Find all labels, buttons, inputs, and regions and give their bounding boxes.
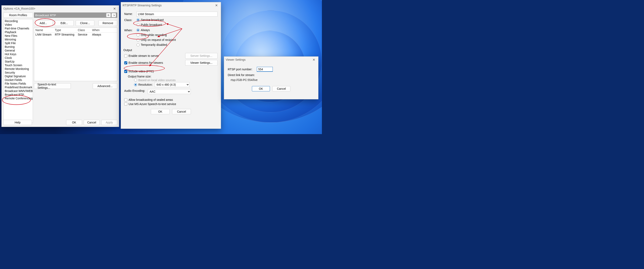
viewer-titlebar[interactable]: Viewer Settings ✕ [224,57,318,63]
cancel-button[interactable]: Cancel [84,120,100,125]
name-input[interactable] [136,12,218,16]
cell-type: RTP Streaming [54,32,76,36]
room-profiles-button[interactable]: Room Profiles [3,12,33,18]
apply-button[interactable]: Apply [101,120,117,125]
sidebar-item-split-file[interactable]: Split File [4,41,33,45]
sidebar-item-remote-conferencing[interactable]: Remote Conferencing [4,96,33,100]
check-use-azure[interactable]: Use MS Azure Speech-to-text service [124,102,176,106]
advanced-button[interactable]: Advanced... [93,83,117,89]
copy-to-profile-icon[interactable]: ⧉ [106,13,111,17]
server-settings-button[interactable]: Server Settings... [185,53,218,59]
sidebar-item-part-time-channels[interactable]: Part-time Channels [4,26,33,30]
rtsp-port-input[interactable] [257,67,273,72]
ok-button[interactable]: OK [151,109,170,114]
sidebar-item-broadcast-rtp[interactable]: Broadcast RTP [4,93,33,96]
close-icon[interactable]: ✕ [213,3,220,7]
speech-to-text-settings-button[interactable]: Speech-to-text Settings... [34,83,71,89]
radio-label: Resolution: [138,83,153,86]
check-allow-sealed[interactable]: Allow broadcasting of sealed areas [124,98,173,101]
class-label: Class: [124,18,134,22]
ok-button[interactable]: OK [66,120,82,125]
sidebar-item-general[interactable]: General [4,49,33,52]
direct-link-label: Direct link for stream: [228,73,255,77]
audio-encoding-select[interactable]: AAC [148,89,191,94]
load-from-profile-icon[interactable]: ⇲ [112,13,116,17]
streams-grid[interactable]: Name Type Class When LNM Stream RTP Stre… [34,27,117,81]
radio-public-broadcast[interactable]: Public broadcast [136,23,218,26]
output-section-label: Output [124,48,218,52]
radio-label: Only on request of recipient [141,38,176,41]
options-right-pane: Add... Edit... Clone... Remove Name Type… [34,19,117,118]
sidebar-item-video[interactable]: Video [4,23,33,26]
close-icon[interactable]: ✕ [310,58,317,62]
sidebar-item-security[interactable]: Security [4,71,33,74]
close-icon[interactable]: ✕ [111,7,118,11]
sidebar-item-mirroring[interactable]: Mirroring [4,38,33,41]
radio-label: Based on local video sources [138,78,176,82]
rtsp-port-label: RTSP port number: [228,68,254,71]
options-window: Options <CA_Room100> ✕ Room Profiles Bro… [2,5,119,127]
check-enable-streams-viewers[interactable]: Enable streams for viewers [124,61,163,64]
radio-on-request[interactable]: Only on request of recipient [136,38,218,41]
radio-based-on-sources[interactable]: Based on local video sources [134,78,176,82]
col-name[interactable]: Name [34,28,54,32]
sidebar-item-remote-monitoring[interactable]: Remote Monitoring [4,67,33,71]
sidebar-item-hot-keys[interactable]: Hot Keys [4,52,33,56]
viewer-title: Viewer Settings [226,58,246,61]
help-button[interactable]: Help [3,120,32,125]
sidebar-item-recording[interactable]: Recording [4,19,33,23]
sidebar-item-broadcast-wmv-web[interactable]: Broadcast WMV/WEB [4,89,33,93]
cell-when: Always [91,32,117,36]
check-enable-stream-server[interactable]: Enable stream to server [124,54,159,57]
col-when[interactable]: When [91,28,117,32]
radio-label: Service broadcast [141,18,164,21]
rtsp-settings-window: RTSP/RTP Streaming Settings ✕ Name: Clas… [121,2,221,129]
audio-encoding-label: Audio Encoding: [124,89,146,92]
cancel-button[interactable]: Cancel [172,109,191,114]
radio-label: Only while recording [141,33,167,36]
check-label: Use MS Azure Speech-to-text service [128,102,176,106]
name-label: Name: [124,12,134,15]
rtsp-titlebar[interactable]: RTSP/RTP Streaming Settings ✕ [121,2,221,8]
sidebar-item-clock[interactable]: Clock [4,56,33,60]
sidebar-item-new-files[interactable]: New Files [4,34,33,38]
frame-size-label: Output frame size: [128,75,218,78]
edit-button[interactable]: Edit... [55,20,74,26]
sidebar-item-playback[interactable]: Playback [4,30,33,34]
radio-label: Always [141,28,150,32]
sidebar-item-burning[interactable]: Burning [4,45,33,49]
clone-button[interactable]: Clone... [76,20,94,26]
viewer-settings-button[interactable]: Viewer Settings... [185,60,218,66]
remove-button[interactable]: Remove [98,20,117,26]
sidebar-item-startup[interactable]: StartUp [4,60,33,63]
radio-label: Public broadcast [141,23,162,26]
sidebar-item-touch-screen[interactable]: Touch Screen [4,63,33,67]
sidebar-item-digital-signature[interactable]: Digital Signature [4,74,33,78]
col-type[interactable]: Type [54,28,76,32]
sidebar-item-predefined-bookmark[interactable]: Predefined Bookmark [4,85,33,89]
cell-name: LNM Stream [34,32,54,36]
cancel-button[interactable]: Cancel [272,86,290,91]
radio-label: Temporarily disabled [141,43,167,46]
add-button[interactable]: Add... [34,20,53,26]
ok-button[interactable]: OK [252,86,270,91]
col-class[interactable]: Class [76,28,91,32]
table-row[interactable]: LNM Stream RTP Streaming Service Always [34,32,117,36]
radio-service-broadcast[interactable]: Service broadcast [136,18,218,21]
panel-header: Broadcast RTP ⧉ ⇲ [34,12,117,18]
options-sidebar[interactable]: Recording Video Part-time Channels Playb… [3,19,33,123]
radio-always[interactable]: Always [136,28,218,32]
resolution-select[interactable]: 640 x 480 (4:3) [155,82,190,87]
sidebar-item-file-notes-fields[interactable]: File Notes Fields [4,82,33,85]
check-include-video[interactable]: Include video (PTC) [124,70,154,73]
radio-only-recording[interactable]: Only while recording [136,33,218,36]
radio-resolution[interactable]: Resolution: [134,83,153,86]
sidebar-item-docket-fields[interactable]: Docket Fields [4,78,33,82]
check-label: Allow broadcasting of sealed areas [128,98,173,101]
check-label: Enable stream to server [128,54,159,57]
rtsp-title: RTSP/RTP Streaming Settings [122,4,162,7]
options-title: Options <CA_Room100> [3,7,35,10]
options-titlebar[interactable]: Options <CA_Room100> ✕ [2,5,119,12]
panel-title: Broadcast RTP [35,13,106,17]
radio-temporarily-disabled[interactable]: Temporarily disabled [136,43,218,46]
